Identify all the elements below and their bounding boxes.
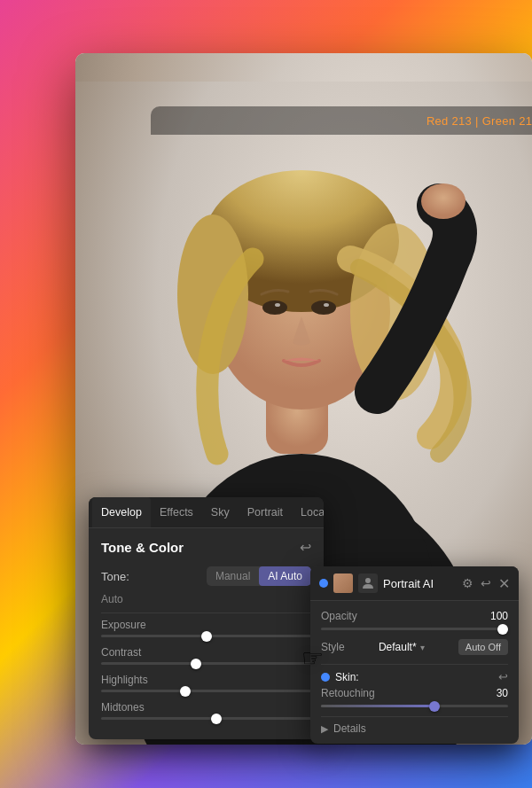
tab-sky[interactable]: Sky xyxy=(202,497,239,527)
skin-dot xyxy=(321,673,330,682)
header-dot xyxy=(319,579,328,588)
details-row[interactable]: ▶ Details xyxy=(321,722,508,735)
slider-highlights: Highlights xyxy=(101,674,311,692)
details-chevron-icon: ▶ xyxy=(321,723,328,735)
svg-point-14 xyxy=(365,578,371,583)
style-select[interactable]: Default* ▾ xyxy=(379,641,425,653)
close-btn[interactable]: ✕ xyxy=(498,575,510,592)
tab-portrait[interactable]: Portrait xyxy=(239,497,292,527)
skin-row: Skin: ↩ xyxy=(321,670,508,683)
midtones-thumb[interactable] xyxy=(211,714,222,724)
chevron-down-icon: ▾ xyxy=(420,643,425,652)
retouching-thumb[interactable] xyxy=(429,701,440,712)
exposure-thumb[interactable] xyxy=(201,631,212,642)
portrait-body: Opacity 100 Style Default* ▾ Auto Off Sk… xyxy=(310,601,519,744)
opacity-track[interactable] xyxy=(321,628,508,630)
portrait-ai-panel: Portrait AI ⚙ ↩ ✕ Opacity 100 Style Defa… xyxy=(310,566,519,744)
color-info-bar: Red 213 | Green 218 | Blue 219 xyxy=(151,106,532,135)
undo-icon[interactable]: ↩ xyxy=(300,539,311,556)
tab-develop[interactable]: Develop xyxy=(92,497,151,527)
tone-label: Tone: xyxy=(101,570,129,583)
skin-undo-icon[interactable]: ↩ xyxy=(498,670,508,683)
section-header: Tone & Color ↩ xyxy=(101,539,311,556)
manual-btn[interactable]: Manual xyxy=(207,566,259,586)
ai-auto-btn[interactable]: AI Auto xyxy=(259,566,311,586)
tab-effects[interactable]: Effects xyxy=(151,497,202,527)
style-row: Style Default* ▾ Auto Off xyxy=(321,639,508,655)
cursor-hand: ☞ xyxy=(301,644,324,673)
slider-midtones: Midtones xyxy=(101,701,311,720)
details-label: Details xyxy=(333,722,366,735)
retouching-label: Retouching xyxy=(321,687,375,699)
opacity-value: 100 xyxy=(490,610,508,622)
opacity-row: Opacity 100 xyxy=(321,610,508,622)
opacity-label: Opacity xyxy=(321,610,357,622)
contrast-track[interactable] xyxy=(101,662,311,665)
svg-point-13 xyxy=(421,183,466,219)
auto-off-button[interactable]: Auto Off xyxy=(458,639,508,655)
exposure-track[interactable] xyxy=(101,635,311,637)
tone-toggle-group: Manual AI Auto xyxy=(207,566,311,586)
retouching-fill xyxy=(321,705,434,707)
retouching-value: 30 xyxy=(497,687,508,699)
thumb-avatar xyxy=(333,573,353,593)
person-icon xyxy=(362,577,374,589)
style-value: Default* xyxy=(379,641,417,653)
color-info-text: Red 213 | Green 218 | Blue 219 xyxy=(426,114,532,128)
opacity-thumb[interactable] xyxy=(497,624,508,635)
panel-tabs: Develop Effects Sky Portrait Local xyxy=(89,497,324,528)
exposure-label: Exposure xyxy=(101,619,311,631)
highlights-thumb[interactable] xyxy=(180,686,191,697)
slider-contrast: Contrast xyxy=(101,646,311,665)
svg-point-9 xyxy=(262,300,287,315)
midtones-track[interactable] xyxy=(101,717,311,720)
slider-exposure: Exposure xyxy=(101,619,311,637)
divider-2 xyxy=(321,664,508,665)
highlights-track[interactable] xyxy=(101,690,311,692)
tab-local[interactable]: Local xyxy=(292,497,324,527)
retouching-row: Retouching 30 xyxy=(321,687,508,699)
develop-panel: Develop Effects Sky Portrait Local Tone … xyxy=(89,497,324,739)
svg-point-11 xyxy=(275,303,280,307)
panel-body: Tone & Color ↩ Tone: Manual AI Auto Auto… xyxy=(89,528,324,739)
section-title: Tone & Color xyxy=(101,540,184,555)
thumb-icon xyxy=(358,573,378,593)
highlights-label: Highlights xyxy=(101,674,311,686)
auto-text: Auto xyxy=(101,593,311,605)
gear-btn[interactable]: ⚙ xyxy=(462,576,473,590)
header-actions: ⚙ ↩ ✕ xyxy=(462,575,510,592)
skin-label: Skin: xyxy=(335,671,359,683)
portrait-panel-header: Portrait AI ⚙ ↩ ✕ xyxy=(310,566,519,601)
tone-row: Tone: Manual AI Auto xyxy=(101,566,311,586)
midtones-label: Midtones xyxy=(101,701,311,714)
retouching-track[interactable] xyxy=(321,705,508,707)
contrast-thumb[interactable] xyxy=(191,659,201,669)
divider-3 xyxy=(321,716,508,717)
contrast-label: Contrast xyxy=(101,646,311,659)
style-label: Style xyxy=(321,641,345,653)
svg-point-10 xyxy=(311,300,336,315)
undo-btn[interactable]: ↩ xyxy=(481,576,491,590)
svg-point-12 xyxy=(324,303,329,307)
divider-1 xyxy=(101,612,311,613)
portrait-ai-title: Portrait AI xyxy=(383,577,457,590)
